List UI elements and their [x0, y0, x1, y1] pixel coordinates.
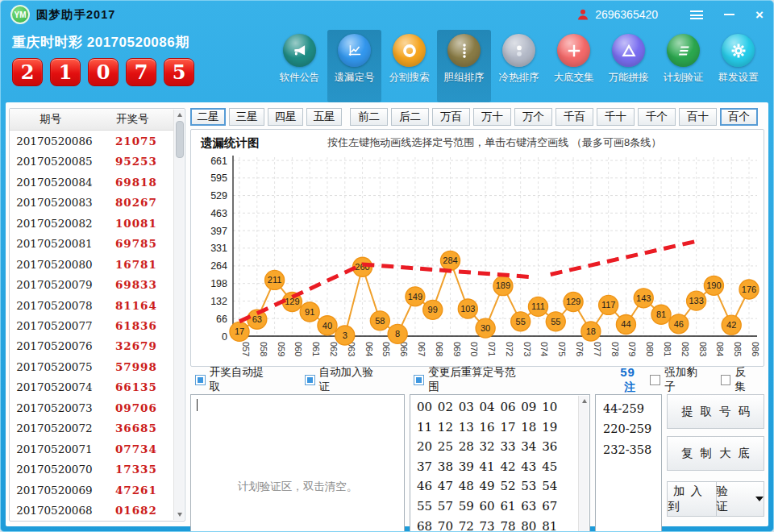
titlebar: YM 圆梦助手2017 2696365420 ×	[1, 1, 773, 28]
tab[interactable]: 千百	[556, 108, 593, 126]
checkbox-label: 强加豹子	[664, 365, 707, 394]
table-row[interactable]: 20170520082 10081	[10, 213, 173, 233]
omission-chart[interactable]: 0661321982643313974635295956610570580590…	[191, 154, 760, 365]
checkbox-icon	[305, 375, 315, 385]
tab[interactable]: 百个	[720, 108, 758, 126]
checkbox-option[interactable]: 变更后重算定号范围	[414, 365, 525, 394]
svg-text:143: 143	[636, 293, 651, 303]
tab-group-positions: 前二后二万百万十万个千百千十千个百十百个	[350, 108, 761, 126]
toolbar-item-label: 冷热排序	[493, 71, 544, 85]
tab[interactable]: 前二	[350, 108, 388, 126]
toolbar-item[interactable]: 分割搜索	[382, 30, 436, 102]
table-row[interactable]: 20170520079 69833	[10, 274, 173, 294]
checkbox-option[interactable]: 反集	[721, 365, 756, 394]
add-to-button[interactable]: 加入到	[667, 481, 717, 517]
tab[interactable]: 千个	[638, 108, 676, 126]
table-row[interactable]: 20170520077 61836	[10, 315, 173, 335]
toolbar-item[interactable]: 大底交集	[547, 30, 601, 102]
table-row[interactable]: 20170520070 17335	[10, 459, 173, 480]
toolbar-item[interactable]: 群发设置	[711, 30, 765, 102]
table-row[interactable]: 20170520073 09706	[10, 397, 173, 418]
tab[interactable]: 万个	[514, 108, 552, 126]
menu-button[interactable]	[690, 10, 703, 19]
scrollbar-thumb[interactable]	[176, 121, 184, 158]
tab[interactable]: 百十	[679, 108, 717, 126]
svg-text:062: 062	[329, 342, 339, 356]
table-row[interactable]: 20170520076 32679	[10, 336, 173, 356]
winning-number-cell: 01682	[99, 504, 173, 517]
numbers-result-panel[interactable]: 00 02 03 04 06 09 10 11 12 13 16 17 18 1…	[410, 394, 590, 532]
filter-options: 强加豹子 反集	[650, 365, 756, 394]
svg-text:3: 3	[343, 330, 347, 340]
tab[interactable]: 后二	[391, 108, 429, 126]
range-item[interactable]: 44-259	[603, 399, 660, 419]
range-item[interactable]: 220-259	[603, 419, 660, 439]
svg-text:189: 189	[496, 281, 510, 290]
text-cursor	[197, 399, 198, 411]
tab[interactable]: 二星	[190, 108, 226, 126]
toolbar-item-label: 计划验证	[658, 71, 709, 85]
plan-verify-textarea[interactable]: 计划验证区，双击清空。	[190, 394, 405, 532]
winning-number-cell: 57998	[99, 360, 173, 373]
toolbar-item[interactable]: 软件公告	[273, 30, 327, 102]
tab[interactable]: 五星	[306, 108, 342, 126]
scroll-down-icon[interactable]	[174, 509, 185, 520]
svg-text:18: 18	[586, 326, 596, 336]
toolbar-item[interactable]: 计划验证	[656, 30, 710, 102]
table-row[interactable]: 20170520069 47261	[10, 480, 173, 500]
copy-pool-button[interactable]: 复制大底	[667, 436, 764, 471]
table-row[interactable]: 20170520078 81164	[10, 295, 173, 315]
checkbox-icon	[721, 375, 731, 385]
scroll-up-icon[interactable]	[579, 396, 589, 406]
numbers-scrollbar[interactable]	[578, 396, 589, 532]
toolbar-item[interactable]: 遗漏定号	[327, 30, 381, 102]
table-row[interactable]: 20170520081 69785	[10, 233, 173, 253]
period-cell: 20170520080	[10, 258, 99, 271]
tab[interactable]: 千十	[597, 108, 635, 126]
svg-text:30: 30	[481, 323, 490, 333]
svg-text:117: 117	[601, 300, 616, 310]
svg-text:284: 284	[443, 256, 457, 265]
toolbar-item-icon	[612, 34, 645, 67]
minimize-icon	[724, 14, 734, 15]
period-cell: 20170520072	[10, 422, 99, 434]
minimize-button[interactable]	[724, 14, 734, 15]
lottery-period-title: 重庆时时彩 20170520086期	[12, 33, 196, 52]
toolbar-item[interactable]: 冷热排序	[492, 30, 546, 102]
tab[interactable]: 万百	[432, 108, 470, 126]
checkbox-option[interactable]: 自动加入验证	[305, 365, 384, 394]
toolbar-item-label: 大底交集	[548, 71, 599, 85]
close-button[interactable]: ×	[755, 8, 764, 22]
table-row[interactable]: 20170520085 95253	[10, 151, 173, 171]
toolbar-item[interactable]: 胆组排序	[437, 30, 491, 102]
scroll-up-icon[interactable]	[174, 110, 185, 120]
table-row[interactable]: 20170520080 16781	[10, 254, 173, 274]
period-cell: 20170520085	[10, 155, 99, 168]
svg-text:99: 99	[428, 305, 438, 314]
tab[interactable]: 三星	[229, 108, 264, 126]
winning-number-cell: 09706	[99, 401, 173, 414]
table-row[interactable]: 20170520075 57998	[10, 356, 173, 376]
table-row[interactable]: 20170520071 07734	[10, 438, 173, 459]
table-row[interactable]: 20170520086 21075	[10, 131, 173, 151]
checkbox-option[interactable]: 强加豹子	[650, 365, 707, 394]
range-item[interactable]: 232-358	[603, 440, 660, 460]
range-list[interactable]: 44-259220-259232-358	[595, 394, 662, 532]
tab[interactable]: 四星	[268, 108, 303, 126]
checkbox-option[interactable]: 开奖自动提取	[195, 365, 274, 394]
table-row[interactable]: 20170520068 01682	[10, 501, 173, 521]
verify-button[interactable]: 验 证	[716, 481, 764, 517]
table-row[interactable]: 20170520083 80267	[10, 192, 173, 212]
winning-number-cell: 16781	[99, 258, 173, 271]
table-row[interactable]: 20170520074 66135	[10, 377, 173, 397]
table-row[interactable]: 20170520072 36685	[10, 418, 173, 438]
period-cell: 20170520075	[10, 360, 99, 373]
tab[interactable]: 万十	[473, 108, 511, 126]
svg-text:064: 064	[364, 342, 374, 356]
table-row[interactable]: 20170520084 69818	[10, 172, 173, 192]
svg-text:067: 067	[417, 342, 427, 356]
svg-text:42: 42	[726, 320, 736, 330]
extract-numbers-button[interactable]: 提取号码	[667, 394, 764, 429]
toolbar-item[interactable]: 万能拼接	[601, 30, 655, 102]
history-scrollbar[interactable]	[173, 110, 184, 520]
